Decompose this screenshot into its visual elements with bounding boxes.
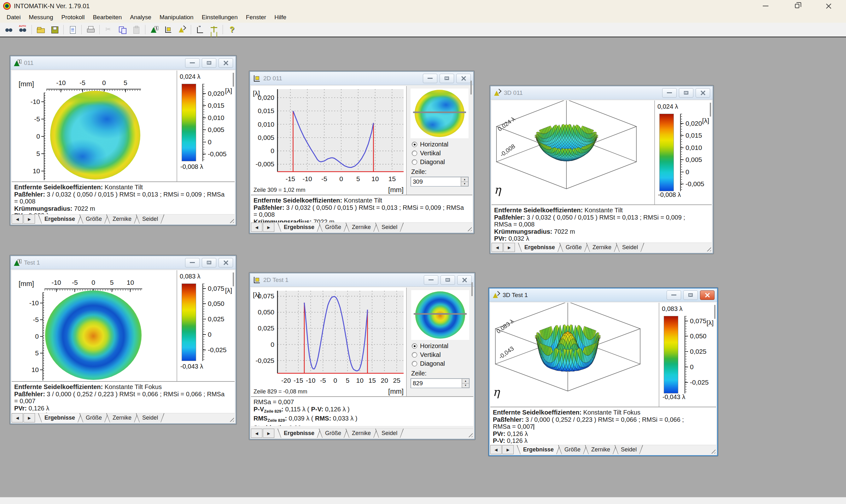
- map-window-icon[interactable]: [147, 23, 161, 36]
- close-button[interactable]: [695, 88, 710, 98]
- tab-scroll-right-button[interactable]: ▶: [263, 429, 274, 438]
- tab-scroll-right-button[interactable]: ▶: [24, 215, 35, 224]
- radio-horizontal[interactable]: Horizontal: [412, 141, 469, 148]
- app-close-button[interactable]: [824, 1, 833, 11]
- tab-scroll-right-button[interactable]: ▶: [263, 223, 274, 232]
- resize-grip[interactable]: [467, 432, 473, 437]
- results-text-pane[interactable]: Entfernte Seidelkoeffizienten: Konstante…: [251, 195, 472, 224]
- close-button[interactable]: [456, 74, 471, 83]
- scale-icon[interactable]: [207, 23, 221, 36]
- zeile-spinner[interactable]: 309 ▲ ▼: [411, 177, 469, 186]
- tab[interactable]: Seidel: [615, 445, 643, 454]
- tab[interactable]: Ergebnisse: [277, 223, 321, 232]
- tab[interactable]: Größe: [80, 413, 108, 422]
- status-scrollbar[interactable]: [714, 305, 715, 319]
- minimize-button[interactable]: [185, 258, 200, 267]
- tab[interactable]: Seidel: [616, 243, 644, 252]
- tab-scroll-left-button[interactable]: ◀: [251, 223, 262, 232]
- spin-down-button[interactable]: ▼: [461, 182, 468, 186]
- window-2d-011-titlebar[interactable]: 2D 011: [250, 72, 473, 85]
- tab[interactable]: Ergebnisse: [277, 429, 321, 438]
- spin-up-button[interactable]: ▲: [461, 177, 468, 182]
- tab[interactable]: Zernike: [346, 223, 377, 232]
- tab[interactable]: Zernike: [106, 215, 138, 224]
- view-icon[interactable]: [2, 23, 16, 36]
- tab[interactable]: Größe: [559, 243, 588, 252]
- save-icon[interactable]: [48, 23, 62, 36]
- window-011-titlebar[interactable]: 011: [11, 56, 236, 70]
- menu-item[interactable]: Manipulation: [155, 13, 198, 22]
- restore-button[interactable]: [441, 275, 455, 285]
- minimize-button[interactable]: [423, 74, 437, 83]
- tab-scroll-left-button[interactable]: ◀: [251, 429, 262, 438]
- zeile-input[interactable]: 309: [411, 177, 461, 186]
- results-text-pane[interactable]: RMSa = 0,007P-VZeile 829: 0,115 λ ( P-V:…: [251, 396, 473, 426]
- resize-grip[interactable]: [228, 217, 234, 223]
- menu-item[interactable]: Einstellungen: [198, 13, 242, 22]
- radio-vertikal[interactable]: Vertikal: [412, 150, 469, 157]
- tab[interactable]: Seidel: [136, 215, 164, 224]
- tab[interactable]: Seidel: [136, 413, 164, 422]
- view-3d-icon[interactable]: [175, 23, 189, 36]
- close-button[interactable]: [219, 58, 233, 68]
- tab[interactable]: Seidel: [375, 429, 403, 438]
- restore-button[interactable]: [202, 58, 216, 68]
- section-line[interactable]: [413, 111, 466, 113]
- chart-2d-icon[interactable]: [161, 23, 175, 36]
- resize-grip[interactable]: [710, 448, 715, 454]
- tab[interactable]: Größe: [80, 215, 108, 224]
- tab-scroll-right-button[interactable]: ▶: [504, 243, 515, 252]
- tab[interactable]: Zernike: [586, 243, 618, 252]
- app-titlebar[interactable]: INTOMATIK-N Ver. 1.79.01: [0, 0, 846, 12]
- close-button[interactable]: [219, 258, 233, 267]
- menu-item[interactable]: Messung: [24, 13, 57, 22]
- tab[interactable]: Seidel: [375, 223, 403, 232]
- results-text-pane[interactable]: Entfernte Seidelkoeffizienten: Konstante…: [12, 381, 235, 415]
- results-text-pane[interactable]: Entfernte Seidelkoeffizienten: Konstante…: [12, 181, 235, 215]
- tab-scroll-left-button[interactable]: ◀: [12, 215, 23, 224]
- tab-scroll-right-button[interactable]: ▶: [502, 445, 514, 454]
- spin-down-button[interactable]: ▼: [462, 383, 469, 388]
- copy-icon[interactable]: [116, 23, 129, 36]
- window-test1-titlebar[interactable]: Test 1: [11, 256, 236, 269]
- view-auto-icon[interactable]: [16, 23, 30, 36]
- axes-icon[interactable]: [193, 23, 207, 36]
- zeile-spinner[interactable]: 829 ▲ ▼: [411, 378, 469, 388]
- restore-button[interactable]: [439, 74, 454, 83]
- print-icon[interactable]: [84, 23, 98, 36]
- restore-button[interactable]: [202, 258, 216, 267]
- minimize-button[interactable]: [662, 88, 677, 98]
- tab[interactable]: Ergebnisse: [518, 243, 561, 252]
- tab[interactable]: Zernike: [346, 429, 377, 438]
- minimize-button[interactable]: [424, 275, 438, 285]
- tab[interactable]: Zernike: [106, 413, 138, 422]
- menu-item[interactable]: Protokoll: [57, 13, 89, 22]
- spin-up-button[interactable]: ▲: [462, 379, 469, 383]
- open-icon[interactable]: [34, 23, 48, 36]
- app-restore-button[interactable]: [792, 1, 802, 11]
- status-scrollbar[interactable]: [471, 282, 473, 296]
- close-button[interactable]: [700, 290, 714, 300]
- resize-grip[interactable]: [466, 226, 472, 231]
- status-scrollbar[interactable]: [233, 73, 234, 87]
- status-scrollbar[interactable]: [470, 80, 472, 94]
- menu-item[interactable]: Fenster: [242, 13, 270, 22]
- tab[interactable]: Größe: [319, 429, 347, 438]
- tab-scroll-right-button[interactable]: ▶: [24, 413, 35, 422]
- menu-item[interactable]: Datei: [2, 13, 24, 22]
- tab-scroll-left-button[interactable]: ◀: [490, 445, 502, 454]
- tab-scroll-left-button[interactable]: ◀: [12, 413, 23, 422]
- radio-horizontal[interactable]: Horizontal: [412, 342, 469, 350]
- tab[interactable]: Ergebnisse: [38, 413, 81, 422]
- window-2d-test1-titlebar[interactable]: 2D Test 1: [250, 273, 474, 287]
- radio-diagonal[interactable]: Diagonal: [412, 159, 469, 166]
- resize-grip[interactable]: [705, 246, 711, 251]
- restore-button[interactable]: [683, 290, 698, 300]
- tab[interactable]: Zernike: [585, 445, 617, 454]
- tab[interactable]: Größe: [319, 223, 347, 232]
- window-3d-011-titlebar[interactable]: 3D 011: [490, 86, 713, 100]
- menu-item[interactable]: Bearbeiten: [89, 13, 126, 22]
- app-minimize-button[interactable]: [761, 1, 770, 11]
- window-3d-test1-titlebar[interactable]: 3D Test 1: [489, 289, 717, 302]
- results-text-pane[interactable]: Entfernte Seidelkoeffizienten: Konstante…: [491, 204, 712, 245]
